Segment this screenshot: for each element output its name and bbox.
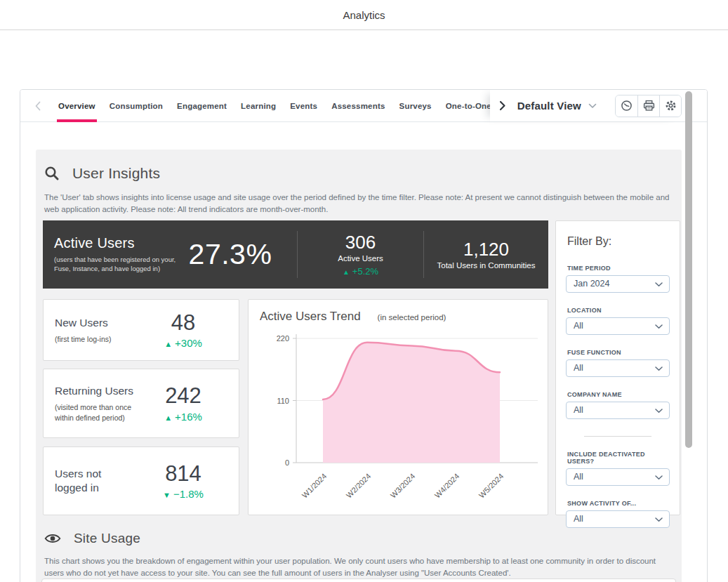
- view-selector-label: Default View: [517, 100, 581, 112]
- filter-label: TIME PERIOD: [567, 265, 670, 272]
- svg-text:W2/2024: W2/2024: [345, 472, 373, 500]
- active-users-count: 306: [345, 232, 376, 253]
- page-title: Analytics: [343, 9, 385, 21]
- active-users-percentage: 27.3%: [176, 238, 297, 271]
- trend-down-icon: ▼: [163, 491, 171, 499]
- filter-label: SHOW ACTIVITY OF...: [567, 500, 670, 507]
- tab-events[interactable]: Events: [283, 90, 324, 122]
- chevron-down-icon: [655, 366, 663, 371]
- filter-group-location: LOCATIONAll: [566, 307, 670, 335]
- chevron-down-icon: [588, 103, 597, 109]
- gear-icon: [665, 100, 677, 112]
- tab-engagement[interactable]: Engagement: [170, 90, 234, 122]
- stat-card-users-not-logged-in: Users not logged in814▼−1.8%: [43, 447, 239, 515]
- stat-trend: ▲+30%: [138, 337, 229, 349]
- site-usage-title: Site Usage: [74, 531, 140, 546]
- svg-text:W3/2024: W3/2024: [389, 472, 417, 500]
- user-insights-header: User Insights: [44, 165, 160, 182]
- svg-text:W1/2024: W1/2024: [300, 472, 329, 500]
- tab-overview[interactable]: Overview: [51, 90, 102, 122]
- stat-trend-value: +30%: [175, 337, 202, 349]
- banner-total-users: 1,120 Total Users in Communities: [424, 220, 548, 289]
- chevron-left-icon[interactable]: [34, 101, 41, 111]
- filter-select-time-period[interactable]: Jan 2024: [566, 275, 670, 293]
- settings-button[interactable]: [659, 95, 681, 117]
- tab-consumption[interactable]: Consumption: [102, 90, 170, 122]
- eye-icon: [44, 533, 61, 544]
- app-header: Analytics: [0, 0, 728, 30]
- active-users-banner: Active Users (users that have been regis…: [43, 220, 548, 289]
- filter-label: COMPANY NAME: [567, 391, 670, 398]
- toolbar-icon-group: [615, 95, 682, 117]
- filter-select-value: Jan 2024: [574, 276, 609, 292]
- site-usage-card-clipped: [41, 578, 676, 582]
- clock-button[interactable]: [616, 95, 637, 117]
- stat-trend-value: −1.8%: [173, 488, 204, 500]
- trend-chart: 0110220W1/2024W2/2024W3/2024W4/2024W5/20…: [249, 300, 549, 516]
- view-selector[interactable]: Default View: [517, 100, 597, 112]
- tabbar-right-controls: Default View: [490, 90, 682, 121]
- filter-select-fuse-function[interactable]: All: [566, 359, 670, 377]
- filter-groups: TIME PERIODJan 2024LOCATIONAllFUSE FUNCT…: [566, 265, 670, 528]
- chevron-down-icon: [655, 324, 663, 329]
- stat-text: Users not logged in: [55, 467, 138, 495]
- site-usage-description: This chart shows you the breakdown of en…: [44, 555, 673, 580]
- stat-text: Returning Users(visited more than once w…: [55, 384, 138, 422]
- stat-subtitle: (visited more than once within defined p…: [55, 402, 133, 422]
- filter-select-location[interactable]: All: [566, 317, 670, 335]
- tab-assessments[interactable]: Assessments: [324, 90, 392, 122]
- svg-text:W5/2024: W5/2024: [477, 472, 505, 500]
- chevron-right-icon[interactable]: [498, 100, 506, 111]
- active-users-trend-card: Active Users Trend (in selected period) …: [248, 299, 548, 515]
- chevron-down-icon: [655, 517, 663, 522]
- banner-subtitle: (users that have been registered on your…: [54, 256, 176, 274]
- stat-trend-value: +16%: [175, 411, 202, 423]
- tab-learning[interactable]: Learning: [234, 90, 283, 122]
- stat-value: 48: [138, 311, 229, 335]
- stat-title: Users not logged in: [55, 467, 133, 495]
- chevron-down-icon: [655, 282, 663, 287]
- filter-select-value: All: [574, 402, 583, 418]
- active-users-trend: ▲+5.2%: [343, 266, 378, 277]
- stat-trend: ▼−1.8%: [138, 488, 229, 500]
- vertical-scrollbar[interactable]: [685, 91, 692, 448]
- filter-divider: [584, 436, 651, 437]
- tab-bar: OverviewConsumptionEngagementLearningEve…: [20, 90, 707, 122]
- filter-select-value: All: [574, 360, 583, 376]
- filter-select-value: All: [574, 511, 583, 527]
- filter-select-include-deactivated-users[interactable]: All: [566, 468, 670, 486]
- filter-group-company-name: COMPANY NAMEAll: [566, 391, 670, 419]
- filter-group-time-period: TIME PERIODJan 2024: [566, 265, 670, 293]
- svg-text:110: 110: [277, 397, 289, 405]
- filter-select-company-name[interactable]: All: [566, 402, 670, 419]
- tab-surveys[interactable]: Surveys: [392, 90, 439, 122]
- total-users-label: Total Users in Communities: [437, 261, 536, 270]
- stat-value: 814: [138, 462, 229, 486]
- filter-select-value: All: [574, 318, 583, 334]
- chevron-down-icon: [655, 475, 663, 480]
- stat-subtitle: (first time log-ins): [55, 334, 133, 344]
- filter-panel: Filter By: TIME PERIODJan 2024LOCATIONAl…: [555, 220, 680, 515]
- filter-group-fuse-function: FUSE FUNCTIONAll: [566, 349, 670, 377]
- print-button[interactable]: [637, 95, 659, 117]
- stat-numbers: 242▲+16%: [138, 384, 229, 422]
- filter-label: FUSE FUNCTION: [567, 349, 670, 356]
- stat-text: New Users(first time log-ins): [55, 316, 138, 344]
- filter-select-show-activity-of[interactable]: All: [566, 510, 670, 528]
- filter-label: INCLUDE DEACTIVATED USERS?: [567, 451, 670, 465]
- clock-icon: [621, 100, 633, 112]
- trend-up-icon: ▲: [164, 340, 172, 348]
- banner-left: Active Users (users that have been regis…: [43, 220, 297, 289]
- banner-active-users: 306 Active Users ▲+5.2%: [298, 220, 423, 289]
- stat-numbers: 814▼−1.8%: [138, 462, 229, 500]
- user-insights-section: User Insights The 'User' tab shows insig…: [36, 150, 682, 582]
- stat-card-new-users: New Users(first time log-ins)48▲+30%: [43, 299, 239, 361]
- stat-title: New Users: [55, 316, 133, 330]
- stat-title: Returning Users: [55, 384, 133, 398]
- user-insights-title: User Insights: [72, 165, 160, 182]
- analytics-page: Analytics OverviewConsumptionEngagementL…: [0, 0, 728, 582]
- trend-up-icon: ▲: [164, 414, 172, 422]
- chevron-down-icon: [655, 409, 663, 414]
- stat-numbers: 48▲+30%: [138, 311, 229, 349]
- stat-trend: ▲+16%: [138, 411, 229, 423]
